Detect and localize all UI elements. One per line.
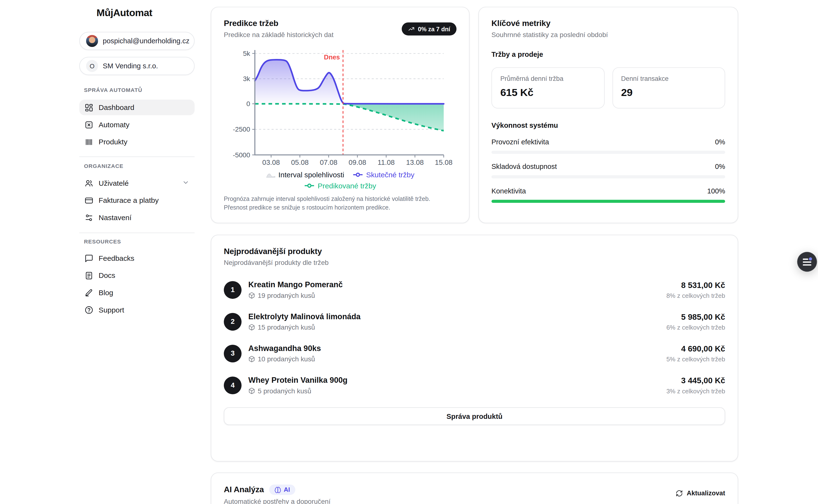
ai-title: AI Analýza <box>224 485 264 494</box>
legend-item-actual[interactable]: Skutečné tržby <box>352 171 415 179</box>
user-account-chip[interactable]: pospichal@underholding.cz <box>79 32 195 50</box>
package-icon <box>248 324 255 331</box>
organization-chip[interactable]: O SM Vending s.r.o. <box>79 57 195 75</box>
rank-badge: 4 <box>224 376 242 394</box>
svg-text:09.08: 09.08 <box>348 159 366 166</box>
refresh-button[interactable]: Aktualizovat <box>676 490 725 497</box>
svg-text:05.08: 05.08 <box>291 159 308 166</box>
svg-text:07.08: 07.08 <box>320 159 337 166</box>
user-email: pospichal@underholding.cz <box>103 37 189 45</box>
sidebar-item-docs[interactable]: Docs <box>79 268 195 283</box>
stat-label: Denní transakce <box>621 75 716 82</box>
vending-machine-icon <box>84 120 93 129</box>
dashboard-icon <box>84 103 93 112</box>
sidebar-item-label: Feedbacks <box>99 254 134 262</box>
organization-name: SM Vending s.r.o. <box>103 62 158 70</box>
product-name: Whey Protein Vanilka 900g <box>248 376 347 384</box>
products-title: Nejprodávanější produkty <box>224 247 725 256</box>
sales-section-heading: Tržby a prodeje <box>492 51 725 58</box>
line-dot-marker-icon <box>352 172 363 177</box>
sidebar-item-dashboard[interactable]: Dashboard <box>79 100 195 115</box>
product-share: 6% z celkových tržeb <box>666 324 725 331</box>
app-logo: MůjAutomat <box>79 6 152 19</box>
sidebar-item-feedbacks[interactable]: Feedbacks <box>79 250 195 266</box>
package-icon <box>248 388 255 394</box>
perf-value: 0% <box>715 163 725 171</box>
credit-card-icon <box>84 196 93 205</box>
app-title: MůjAutomat <box>96 7 152 19</box>
package-icon <box>248 292 255 299</box>
sidebar-item-produkty[interactable]: Produkty <box>79 134 195 150</box>
key-metrics-card: Klíčové metriky Souhrnné statistiky za p… <box>479 7 738 223</box>
section-label-organization: ORGANIZACE <box>84 163 123 169</box>
user-avatar <box>86 35 98 47</box>
sidebar-item-label: Dashboard <box>99 103 134 112</box>
product-revenue: 4 690,00 Kč <box>666 344 725 353</box>
progress-bar <box>492 200 725 203</box>
svg-text:15.08: 15.08 <box>435 159 453 166</box>
refresh-icon <box>676 490 683 497</box>
perf-row-connectivity: Konektivita 100% <box>492 187 725 203</box>
brain-icon <box>274 486 281 493</box>
sidebar-item-automaty[interactable]: Automaty <box>79 117 195 133</box>
help-circle-icon <box>84 305 93 314</box>
product-sold: 5 prodaných kusů <box>248 387 347 395</box>
trending-up-icon <box>408 26 415 32</box>
product-row[interactable]: 3 Ashwagandha 90ks 10 prodaných kusů 4 6… <box>224 344 725 363</box>
ai-analysis-card: AI Analýza AI Automatické postřehy a dop… <box>211 472 738 504</box>
product-name: Elektrolyty Malinová limonáda <box>248 312 360 321</box>
sidebar-item-blog[interactable]: Blog <box>79 285 195 300</box>
sidebar-item-support[interactable]: Support <box>79 302 195 318</box>
stat-value: 615 Kč <box>500 87 596 99</box>
svg-text:11.08: 11.08 <box>377 159 395 166</box>
sidebar-item-label: Fakturace a platby <box>99 196 159 204</box>
rocket-icon <box>79 6 92 19</box>
stat-value: 29 <box>621 87 716 99</box>
product-row[interactable]: 4 Whey Protein Vanilka 900g 5 prodaných … <box>224 376 725 395</box>
perf-row-stock: Skladová dostupnost 0% <box>492 163 725 178</box>
legend-item-confidence[interactable]: Interval spolehlivosti <box>266 171 344 179</box>
stat-daily-transactions: Denní transakce 29 <box>612 67 725 108</box>
svg-text:3k: 3k <box>243 75 250 83</box>
perf-value: 100% <box>707 187 725 195</box>
manage-products-button[interactable]: Správa produktů <box>224 407 725 425</box>
chart-footnote: Prognóza zahrnuje interval spolehlivosti… <box>224 195 457 212</box>
stat-label: Průměrná denní tržba <box>500 75 596 82</box>
legend-item-predicted[interactable]: Predikované tržby <box>304 181 376 190</box>
trend-badge: 0% za 7 dní <box>401 22 457 35</box>
chevron-down-icon <box>182 179 189 187</box>
perf-label: Konektivita <box>492 187 526 195</box>
stat-avg-daily-revenue: Průměrná denní tržba 615 Kč <box>492 67 604 108</box>
progress-bar <box>492 175 725 178</box>
sidebar-item-label: Automaty <box>99 121 129 129</box>
perf-label: Skladová dostupnost <box>492 163 557 171</box>
sidebar-item-label: Blog <box>99 288 113 297</box>
section-label-resources: RESOURCES <box>84 238 121 245</box>
product-name: Kreatin Mango Pomeranč <box>248 280 343 289</box>
package-icon <box>248 356 255 362</box>
sidebar-item-label: Produkty <box>99 138 127 146</box>
sidebar-item-uzivatele[interactable]: Uživatelé <box>79 175 195 191</box>
sidebar-item-label: Docs <box>99 271 115 280</box>
product-revenue: 5 985,00 Kč <box>666 312 725 321</box>
sidebar-item-nastaveni[interactable]: Nastavení <box>79 210 195 225</box>
trend-badge-label: 0% za 7 dní <box>418 26 450 32</box>
revenue-prediction-chart: Dnes 5k3k0-2500-500003.0805.0807.0809.08… <box>211 45 470 167</box>
product-sold: 19 prodaných kusů <box>248 292 343 300</box>
product-share: 5% z celkových tržeb <box>666 355 725 363</box>
sidebar-item-fakturace[interactable]: Fakturace a platby <box>79 192 195 208</box>
product-share: 8% z celkových tržeb <box>666 292 725 299</box>
sidebar-divider <box>79 156 195 157</box>
product-share: 3% z celkových tržeb <box>666 387 725 395</box>
svg-text:0: 0 <box>246 100 250 108</box>
rank-badge: 2 <box>224 313 242 331</box>
actual-revenue-area <box>255 60 444 104</box>
feedback-widget-button[interactable] <box>797 252 817 272</box>
product-row[interactable]: 1 Kreatin Mango Pomeranč 19 prodaných ku… <box>224 280 725 299</box>
pen-icon <box>84 288 93 297</box>
ai-subtitle: Automatické postřehy a doporučení <box>224 498 725 504</box>
sidebar-item-label: Support <box>99 306 124 314</box>
ai-badge: AI <box>269 485 295 495</box>
product-row[interactable]: 2 Elektrolyty Malinová limonáda 15 proda… <box>224 312 725 331</box>
product-list: 1 Kreatin Mango Pomeranč 19 prodaných ku… <box>224 280 725 395</box>
